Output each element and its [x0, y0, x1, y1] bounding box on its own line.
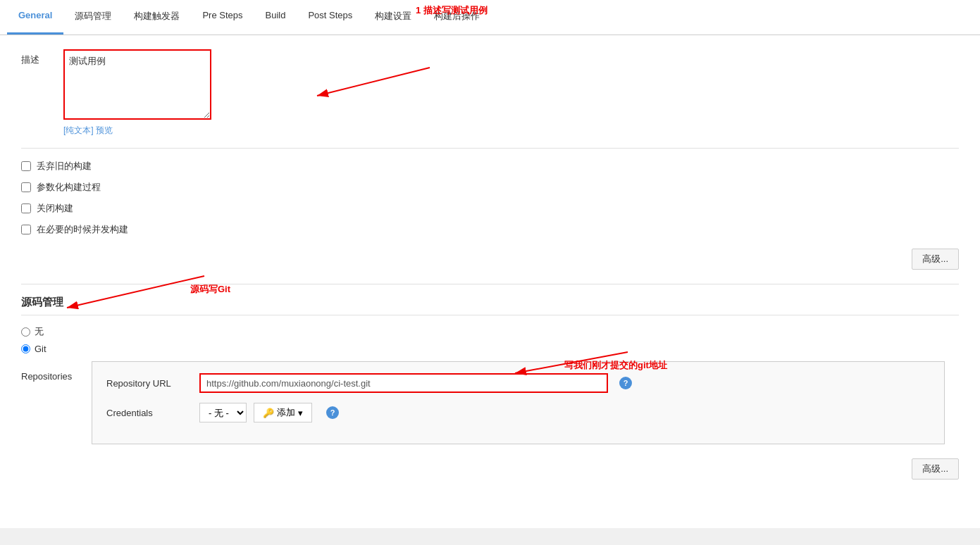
svg-line-5 — [515, 352, 628, 373]
checkbox-label-2: 参数化构建过程 — [37, 181, 101, 194]
svg-line-1 — [317, 68, 430, 96]
advanced-btn-row-2: 高级... — [21, 458, 959, 480]
checkbox-discard-old[interactable] — [21, 161, 31, 171]
arrow-url — [106, 331, 881, 387]
main-content: 描述 [纯文本] 预览 1 描述写测试用例 丢弃旧的构建 — [0, 35, 980, 528]
checkbox-label-4: 在必要的时候并发构建 — [37, 223, 128, 236]
credentials-select[interactable]: - 无 - — [199, 403, 247, 422]
repositories-label: Repositories — [21, 361, 92, 382]
source-management-section: 源码管理 源码写Git 无 Git — [21, 296, 959, 444]
svg-line-3 — [67, 276, 204, 308]
checkbox-row-4: 在必要的时候并发构建 — [21, 223, 959, 236]
repositories-block-wrapper: 写我们刚才提交的git地址 Repository URL — [92, 361, 959, 444]
dropdown-arrow-icon: ▾ — [298, 408, 303, 418]
credentials-help-icon[interactable]: ? — [326, 406, 339, 419]
arrow-description — [21, 0, 514, 145]
checkbox-row-2: 参数化构建过程 — [21, 181, 959, 194]
checkbox-close-build[interactable] — [21, 203, 31, 213]
add-credentials-button[interactable]: 🔑 添加 ▾ — [254, 403, 312, 422]
repositories-row: Repositories 写我们刚才提交的git地址 — [21, 361, 959, 444]
checkbox-row-3: 关闭构建 — [21, 202, 959, 215]
add-label: 添加 — [277, 406, 295, 419]
radio-none[interactable] — [21, 327, 30, 337]
credentials-controls: - 无 - 🔑 添加 ▾ — [199, 403, 312, 422]
radio-git-label: Git — [35, 344, 46, 354]
checkbox-row-1: 丢弃旧的构建 — [21, 160, 959, 173]
key-icon: 🔑 — [263, 408, 274, 418]
checkbox-concurrent-build[interactable] — [21, 225, 31, 234]
radio-git[interactable] — [21, 344, 30, 353]
credentials-row: Credentials - 无 - 🔑 添加 ▾ ? — [106, 403, 930, 422]
divider-1 — [21, 148, 959, 149]
checkbox-label-3: 关闭构建 — [37, 202, 73, 215]
arrow-git — [21, 241, 303, 325]
radio-none-label: 无 — [35, 325, 44, 338]
checkboxes-section: 丢弃旧的构建 参数化构建过程 关闭构建 在必要的时候并发构建 — [21, 160, 959, 236]
repositories-block: 写我们刚才提交的git地址 Repository URL — [92, 361, 945, 444]
checkbox-label-1: 丢弃旧的构建 — [37, 160, 92, 173]
advanced-button-2[interactable]: 高级... — [912, 458, 959, 480]
checkbox-parametric[interactable] — [21, 182, 31, 192]
advanced-button-1[interactable]: 高级... — [912, 249, 959, 270]
credentials-label: Credentials — [106, 408, 191, 418]
